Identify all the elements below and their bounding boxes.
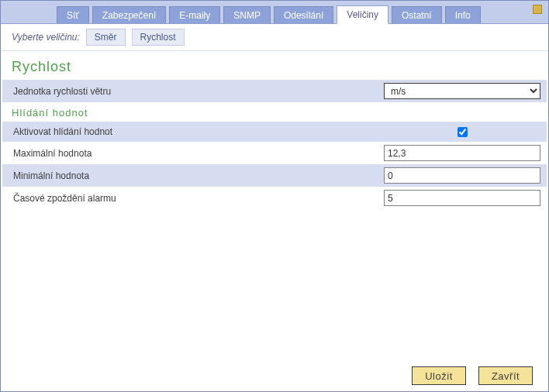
- quantity-selector: Vyberte veličinu: Směr Rychlost: [1, 24, 548, 51]
- tab-emaily[interactable]: E-maily: [169, 6, 220, 23]
- row-unit: Jednotka rychlosti větru m/s: [2, 80, 547, 102]
- group-monitoring-title: Hlídání hodnot: [2, 102, 547, 122]
- footer-bar: Uložit Zavřít: [1, 360, 548, 391]
- row-activate: Aktivovat hlídání hodnot: [2, 122, 547, 142]
- max-input[interactable]: [384, 145, 540, 161]
- activate-label: Aktivovat hlídání hodnot: [13, 126, 384, 137]
- quantity-selector-label: Vyberte veličinu:: [12, 32, 80, 43]
- row-min: Minimální hodnota: [2, 164, 547, 187]
- tab-snmp[interactable]: SNMP: [223, 6, 271, 23]
- subtab-rychlost[interactable]: Rychlost: [132, 29, 185, 46]
- tab-info[interactable]: Info: [445, 6, 481, 23]
- unit-select[interactable]: m/s: [384, 83, 540, 99]
- content-area: Rychlost Jednotka rychlosti větru m/s Hl…: [1, 51, 548, 360]
- min-input[interactable]: [384, 167, 540, 184]
- max-label: Maximální hodnota: [13, 148, 384, 159]
- settings-window: Síť Zabezpečení E-maily SNMP Odesílání V…: [0, 0, 549, 392]
- close-button[interactable]: Zavřít: [478, 366, 533, 385]
- subtab-smer[interactable]: Směr: [86, 29, 126, 46]
- save-button[interactable]: Uložit: [412, 366, 466, 385]
- window-indicator-icon: [533, 5, 542, 14]
- delay-label: Časové zpoždění alarmu: [13, 193, 384, 204]
- main-tabbar: Síť Zabezpečení E-maily SNMP Odesílání V…: [1, 1, 548, 24]
- section-title: Rychlost: [2, 51, 547, 80]
- row-max: Maximální hodnota: [2, 142, 547, 164]
- delay-input[interactable]: [384, 190, 540, 206]
- tab-zabezpeceni[interactable]: Zabezpečení: [92, 6, 166, 23]
- tab-ostatni[interactable]: Ostatní: [392, 6, 442, 23]
- min-label: Minimální hodnota: [13, 170, 384, 181]
- activate-checkbox[interactable]: [458, 127, 468, 137]
- row-delay: Časové zpoždění alarmu: [2, 187, 547, 209]
- tab-sit[interactable]: Síť: [57, 6, 89, 23]
- tab-odesilani[interactable]: Odesílání: [274, 6, 333, 23]
- tab-veliciny[interactable]: Veličiny: [337, 5, 388, 24]
- unit-label: Jednotka rychlosti větru: [13, 86, 384, 97]
